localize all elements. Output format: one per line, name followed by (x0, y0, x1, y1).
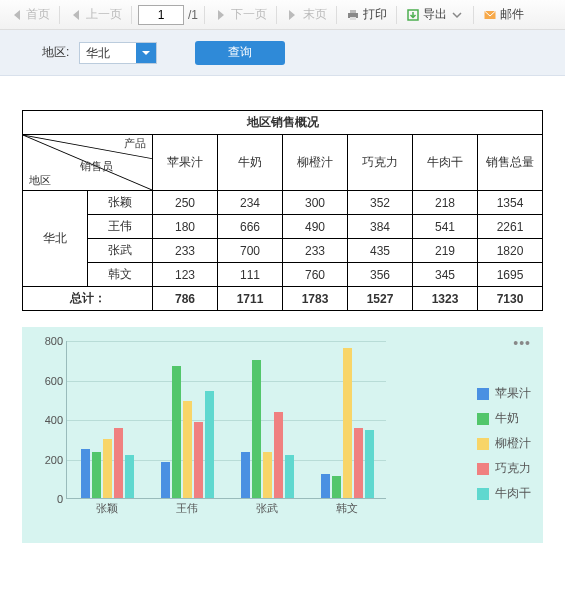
chart: ••• 0200400600800张颖王伟张武韩文 苹果汁牛奶柳橙汁巧克力牛肉干 (22, 327, 543, 543)
bar (183, 401, 192, 498)
bar (285, 455, 294, 498)
prev-page-button[interactable]: 上一页 (66, 4, 125, 25)
legend-swatch (477, 413, 489, 425)
legend-swatch (477, 388, 489, 400)
last-page-button[interactable]: 末页 (283, 4, 330, 25)
region-select-value: 华北 (80, 43, 136, 63)
legend-swatch (477, 488, 489, 500)
next-page-button[interactable]: 下一页 (211, 4, 270, 25)
prev-page-icon (69, 8, 83, 22)
pager-toolbar: 首页 上一页 /1 下一页 末页 打印 导出 邮件 (0, 0, 565, 30)
mail-icon (483, 8, 497, 22)
region-label: 地区: (42, 44, 69, 61)
total-label: 总计： (23, 287, 153, 311)
region-select[interactable]: 华北 (79, 42, 157, 64)
first-page-icon (9, 8, 23, 22)
export-icon (406, 8, 420, 22)
bar (125, 455, 134, 498)
y-tick: 800 (31, 335, 63, 347)
separator (336, 6, 337, 24)
print-label: 打印 (363, 6, 387, 23)
bar (241, 452, 250, 498)
svg-rect-2 (350, 17, 356, 20)
last-page-label: 末页 (303, 6, 327, 23)
table-row: 华北 张颖 2502343003522181354 (23, 191, 543, 215)
separator (473, 6, 474, 24)
chart-more-button[interactable]: ••• (513, 335, 531, 351)
diag-region: 地区 (29, 173, 51, 188)
export-label: 导出 (423, 6, 447, 23)
legend-label: 牛奶 (495, 410, 519, 427)
bar (343, 348, 352, 498)
bar (172, 366, 181, 498)
y-tick: 0 (31, 493, 63, 505)
bar (365, 430, 374, 498)
separator (396, 6, 397, 24)
legend-item[interactable]: 牛肉干 (477, 485, 531, 502)
total-col-header: 销售总量 (478, 135, 543, 191)
salesman-cell: 张颖 (88, 191, 153, 215)
chevron-down-icon (450, 8, 464, 22)
diag-product: 产品 (124, 136, 146, 151)
report-content: 地区销售概况 产品 销售员 地区 苹果汁 牛奶 柳橙汁 巧克力 牛肉干 销售总量… (0, 76, 565, 561)
page-total: /1 (188, 8, 198, 22)
separator (276, 6, 277, 24)
param-bar: 地区: 华北 查询 (0, 30, 565, 76)
legend-swatch (477, 438, 489, 450)
report-title: 地区销售概况 (23, 111, 543, 135)
total-row: 总计： 78617111783152713237130 (23, 287, 543, 311)
col-header: 苹果汁 (153, 135, 218, 191)
col-header: 牛肉干 (413, 135, 478, 191)
bar (274, 412, 283, 498)
legend-item[interactable]: 巧克力 (477, 460, 531, 477)
region-cell: 华北 (23, 191, 88, 287)
legend-item[interactable]: 牛奶 (477, 410, 531, 427)
bar (332, 476, 341, 498)
separator (204, 6, 205, 24)
bar (161, 462, 170, 498)
diag-salesman: 销售员 (80, 159, 113, 174)
legend-label: 柳橙汁 (495, 435, 531, 452)
mail-label: 邮件 (500, 6, 524, 23)
col-header: 牛奶 (218, 135, 283, 191)
bar (354, 428, 363, 498)
print-icon (346, 8, 360, 22)
chart-legend: 苹果汁牛奶柳橙汁巧克力牛肉干 (477, 385, 531, 502)
mail-button[interactable]: 邮件 (480, 4, 527, 25)
col-header: 巧克力 (348, 135, 413, 191)
chart-plot: 0200400600800张颖王伟张武韩文 (66, 341, 386, 499)
y-tick: 400 (31, 414, 63, 426)
salesman-cell: 韩文 (88, 263, 153, 287)
next-page-icon (214, 8, 228, 22)
separator (59, 6, 60, 24)
bar (205, 391, 214, 498)
first-page-button[interactable]: 首页 (6, 4, 53, 25)
table-row: 张武 2337002334352191820 (23, 239, 543, 263)
salesman-cell: 张武 (88, 239, 153, 263)
salesman-cell: 王伟 (88, 215, 153, 239)
first-page-label: 首页 (26, 6, 50, 23)
legend-label: 牛肉干 (495, 485, 531, 502)
bar (81, 449, 90, 498)
diagonal-header: 产品 销售员 地区 (23, 135, 153, 191)
y-tick: 600 (31, 375, 63, 387)
legend-swatch (477, 463, 489, 475)
chevron-down-icon (136, 43, 156, 63)
legend-item[interactable]: 柳橙汁 (477, 435, 531, 452)
bar (194, 422, 203, 498)
table-row: 王伟 1806664903845412261 (23, 215, 543, 239)
query-button[interactable]: 查询 (195, 41, 285, 65)
page-input[interactable] (138, 5, 184, 25)
legend-label: 巧克力 (495, 460, 531, 477)
x-category: 王伟 (147, 501, 227, 516)
legend-item[interactable]: 苹果汁 (477, 385, 531, 402)
x-category: 张武 (227, 501, 307, 516)
last-page-icon (286, 8, 300, 22)
bar (114, 428, 123, 498)
print-button[interactable]: 打印 (343, 4, 390, 25)
y-tick: 200 (31, 454, 63, 466)
x-category: 张颖 (67, 501, 147, 516)
export-button[interactable]: 导出 (403, 4, 467, 25)
report-table: 地区销售概况 产品 销售员 地区 苹果汁 牛奶 柳橙汁 巧克力 牛肉干 销售总量… (22, 110, 543, 311)
legend-label: 苹果汁 (495, 385, 531, 402)
